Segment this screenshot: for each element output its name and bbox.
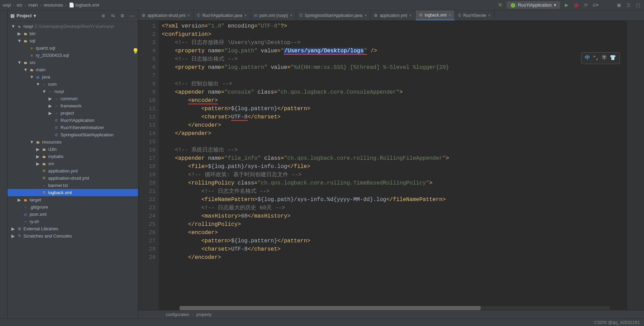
- tree-toggle[interactable]: ▶: [36, 147, 40, 152]
- close-icon[interactable]: ×: [290, 13, 292, 18]
- close-icon[interactable]: ×: [409, 13, 412, 18]
- tree-node[interactable]: ▶🖿vm: [8, 160, 138, 167]
- hammer-icon[interactable]: ⚒: [497, 2, 503, 8]
- tree-toggle[interactable]: ▶: [11, 233, 15, 239]
- tree-toggle[interactable]: ▼: [30, 74, 34, 80]
- horizontal-scrollbar[interactable]: [180, 306, 610, 310]
- lightbulb-icon[interactable]: 💡: [132, 48, 139, 56]
- tree-node[interactable]: ©SpringbootStartApplication: [8, 131, 138, 138]
- layout-icon[interactable]: ▣: [616, 2, 622, 8]
- chevron-down-icon[interactable]: ▾: [34, 13, 36, 18]
- run-config-selector[interactable]: ⬤ RuoYiApplication ▾: [507, 1, 560, 9]
- tree-node[interactable]: ▼🖿resources: [8, 138, 138, 146]
- tree-node[interactable]: ▶🖿mybatis: [8, 153, 138, 160]
- tree-node[interactable]: ⚙application-druid.yml: [8, 175, 138, 182]
- expand-icon[interactable]: ⇆: [110, 13, 116, 19]
- translate-icon[interactable]: 文: [625, 2, 632, 8]
- project-tree[interactable]: ▼■ruoyiC:\Users\yang\Desktop\RuoYi-Vue\r…: [8, 21, 138, 318]
- code-line[interactable]: <!-- 系统日志输出 -->: [162, 146, 627, 154]
- code-line[interactable]: <pattern>${log.pattern}</pattern>: [162, 105, 627, 113]
- tree-node[interactable]: ≡quartz.sql: [8, 44, 138, 52]
- tree-node[interactable]: ©RuoYiServletInitializer: [8, 124, 138, 131]
- code-line[interactable]: <charset>UTF-8</charset>: [162, 113, 627, 121]
- editor-tab[interactable]: ©SpringbootStartApplication.java×: [296, 10, 371, 20]
- tree-node[interactable]: ▫banner.txt: [8, 182, 138, 189]
- tree-toggle[interactable]: ▶: [17, 197, 21, 202]
- tree-toggle[interactable]: ▶: [17, 31, 21, 36]
- code-line[interactable]: <encoder>: [162, 229, 627, 237]
- scrollbar-thumb[interactable]: [180, 306, 481, 310]
- tree-node[interactable]: ▼▫ruoyi: [8, 88, 138, 95]
- breadcrumb-item[interactable]: uoyi: [3, 2, 11, 8]
- breadcrumb-item[interactable]: resources: [43, 2, 63, 8]
- code-line[interactable]: <fileNamePattern>${log.path}/sys-info.%d…: [162, 196, 627, 204]
- debug-icon[interactable]: 🐞: [573, 2, 579, 8]
- code-line[interactable]: <?xml version="1.0" encoding="UTF-8"?>: [162, 22, 627, 30]
- stop-icon[interactable]: ⟳: [583, 2, 589, 8]
- code-line[interactable]: <maxHistory>60</maxHistory>: [162, 212, 627, 220]
- hide-icon[interactable]: —: [129, 13, 135, 19]
- editor-tab[interactable]: ©RuoYiServle×: [455, 10, 494, 20]
- window-icon[interactable]: ▢: [635, 2, 641, 8]
- code-line[interactable]: <!-- 日志存放路径 \Users\yang\Desktop-->: [162, 39, 627, 47]
- tool-window-bar[interactable]: [0, 10, 8, 318]
- breadcrumb-item[interactable]: property: [196, 312, 212, 317]
- tree-node[interactable]: ▼■ruoyiC:\Users\yang\Desktop\RuoYi-Vue\r…: [8, 23, 138, 30]
- tree-toggle[interactable]: ▶: [48, 103, 52, 108]
- tree-node[interactable]: ▫.gitignore: [8, 203, 138, 211]
- tree-node[interactable]: ▼🖿main: [8, 66, 138, 73]
- tree-toggle[interactable]: ▶: [36, 154, 40, 159]
- close-icon[interactable]: ×: [364, 13, 367, 18]
- tree-node[interactable]: ▼🖿sql: [8, 37, 138, 44]
- code-line[interactable]: </encoder>: [162, 253, 627, 262]
- editor-tab[interactable]: ⚙application.yml×: [371, 10, 415, 20]
- tree-node[interactable]: ▶🖿bin: [8, 30, 138, 37]
- code-line[interactable]: </rollingPolicy>: [162, 220, 627, 229]
- tree-toggle[interactable]: ▶: [48, 96, 52, 101]
- tree-toggle[interactable]: ▼: [42, 89, 46, 94]
- tree-node[interactable]: ▶▫common: [8, 95, 138, 102]
- tree-node[interactable]: ▶▫project: [8, 109, 138, 117]
- code-minimap[interactable]: [627, 21, 644, 310]
- tree-node[interactable]: ≡ry_20200415.sql: [8, 52, 138, 59]
- tree-node[interactable]: ▶⊞External Libraries: [8, 225, 138, 232]
- close-icon[interactable]: ×: [449, 13, 451, 18]
- editor-tab[interactable]: ⚙application-druid.yml×: [138, 10, 194, 20]
- code-line[interactable]: [162, 138, 627, 146]
- code-line[interactable]: </appender>: [162, 129, 627, 138]
- code-line[interactable]: <file>${log.path}/sys-info.log</file>: [162, 162, 627, 171]
- tree-node[interactable]: ▼▫com: [8, 81, 138, 88]
- code-line[interactable]: <!-- 控制台输出 -->: [162, 80, 627, 88]
- tree-toggle[interactable]: ▼: [23, 67, 28, 72]
- editor-tab[interactable]: ⚙logback.xml×: [416, 10, 455, 20]
- code-line[interactable]: <rollingPolicy class="ch.qos.logback.cor…: [162, 179, 627, 187]
- code-line[interactable]: <encoder>: [162, 96, 627, 105]
- breadcrumb-item[interactable]: main: [28, 2, 38, 8]
- code-line[interactable]: <!-- 日志最大的历史 60天 -->: [162, 204, 627, 212]
- tree-node[interactable]: ▶✎Scratches and Consoles: [8, 232, 138, 240]
- editor-breadcrumb[interactable]: configuration›property: [138, 310, 644, 318]
- tree-node[interactable]: mpom.xml: [8, 211, 138, 218]
- close-icon[interactable]: ×: [187, 13, 190, 18]
- tree-node[interactable]: ▶▫framework: [8, 102, 138, 109]
- tree-node[interactable]: ▶🖿target: [8, 196, 138, 203]
- code-line[interactable]: <property name="log.path" value="/Users/…: [162, 47, 627, 55]
- tree-node[interactable]: ⚙application.yml: [8, 167, 138, 175]
- code-line[interactable]: <charset>UTF-8</charset>: [162, 245, 627, 253]
- tree-toggle[interactable]: ▼: [17, 38, 21, 43]
- tree-toggle[interactable]: ▼: [36, 82, 40, 87]
- close-icon[interactable]: ×: [488, 13, 491, 18]
- tree-toggle[interactable]: ▼: [30, 139, 34, 145]
- tree-node[interactable]: ©RuoYiApplication: [8, 117, 138, 124]
- code-line[interactable]: <property name="log.pattern" value="%d{H…: [162, 63, 627, 72]
- run-icon[interactable]: ▶: [564, 2, 570, 8]
- close-icon[interactable]: ×: [244, 13, 247, 18]
- target-icon[interactable]: ⊕: [100, 13, 106, 19]
- code-line[interactable]: <!-- 循环政策: 基于时间创建日志文件 -->: [162, 171, 627, 179]
- code-line[interactable]: <!-- 日志文件名格式 -->: [162, 187, 627, 196]
- tree-node[interactable]: ▼🖿src: [8, 59, 138, 66]
- code-line[interactable]: <appender name="console" class="ch.qos.l…: [162, 88, 627, 96]
- tree-node[interactable]: ▼🖿java: [8, 73, 138, 81]
- breadcrumb-item[interactable]: src: [17, 2, 22, 8]
- code-line[interactable]: </encoder>: [162, 121, 627, 129]
